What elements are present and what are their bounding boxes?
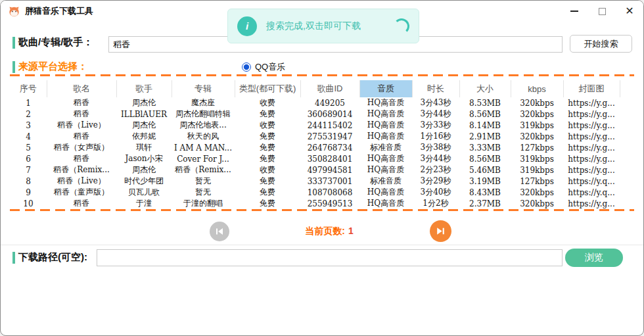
- table-cell[interactable]: 免费: [235, 131, 300, 142]
- table-cell[interactable]: 稻香: [47, 97, 116, 108]
- table-cell[interactable]: 8.43MB: [459, 187, 511, 198]
- table-cell[interactable]: 稻香（Remix...: [172, 164, 235, 176]
- column-header-3[interactable]: 专辑: [172, 80, 235, 97]
- table-cell[interactable]: HQ高音质: [359, 198, 412, 209]
- column-header-1[interactable]: 歌名: [47, 80, 116, 97]
- table-cell[interactable]: 275531947: [300, 131, 359, 142]
- table-cell[interactable]: https://y.q...: [563, 187, 620, 198]
- table-cell[interactable]: 8.56MB: [459, 153, 511, 164]
- table-cell[interactable]: [620, 108, 635, 120]
- start-search-button[interactable]: 开始搜索: [570, 35, 632, 53]
- table-row[interactable]: 4稻香依邦妮秋天的风免费275531947HQ高音质1分16秒2.91MB320…: [10, 131, 635, 142]
- table-cell[interactable]: 稻香: [47, 108, 116, 120]
- table-cell[interactable]: 3分44秒: [412, 153, 459, 164]
- table-cell[interactable]: 免费: [235, 142, 300, 153]
- table-cell[interactable]: HQ高音质: [359, 97, 412, 108]
- qq-music-radio[interactable]: [242, 62, 251, 72]
- table-cell[interactable]: 稻香（Live）: [47, 176, 116, 187]
- table-cell[interactable]: 319kbps: [511, 153, 563, 164]
- table-cell[interactable]: 2.91MB: [459, 131, 511, 142]
- table-cell[interactable]: [620, 164, 635, 176]
- maximize-button[interactable]: [588, 1, 616, 22]
- table-cell[interactable]: 贝瓦儿歌: [116, 187, 172, 198]
- table-cell[interactable]: 收费: [235, 120, 300, 131]
- close-button[interactable]: ✕: [616, 1, 643, 22]
- table-cell[interactable]: 稻香（女声版）: [47, 142, 116, 153]
- table-row[interactable]: 9稻香（童声版）贝瓦儿歌暂无免费108708068HQ高音质3分40秒8.43M…: [10, 187, 635, 198]
- table-cell[interactable]: 3分38秒: [412, 142, 459, 153]
- column-header-8[interactable]: 大小: [459, 80, 511, 97]
- table-cell[interactable]: ILLBlAUER: [116, 108, 172, 120]
- table-cell[interactable]: https://y.g...: [563, 164, 620, 176]
- table-cell[interactable]: 稻香（Live）: [47, 120, 116, 131]
- table-cell[interactable]: 319kbps: [511, 120, 563, 131]
- table-cell[interactable]: [620, 120, 635, 131]
- table-cell[interactable]: https://y.g...: [563, 97, 620, 108]
- table-cell[interactable]: 依邦妮: [116, 131, 172, 142]
- table-cell[interactable]: 5.46MB: [459, 164, 511, 176]
- table-cell[interactable]: 127kbps: [511, 176, 563, 187]
- table-cell[interactable]: https://y.g...: [563, 131, 620, 142]
- table-cell[interactable]: 稻香（Remix...: [47, 164, 116, 176]
- table-row[interactable]: 1稻香周杰伦魔杰座收费449205HQ高音质3分43秒8.53MB320kbps…: [10, 97, 635, 108]
- table-cell[interactable]: [620, 176, 635, 187]
- table-cell[interactable]: 10: [10, 198, 47, 209]
- table-cell[interactable]: 320kbps: [511, 198, 563, 209]
- table-cell[interactable]: 255949513: [300, 198, 359, 209]
- column-header-5[interactable]: 歌曲ID: [300, 80, 359, 97]
- table-cell[interactable]: 时代少年团: [116, 176, 172, 187]
- browse-button[interactable]: 浏览: [565, 249, 623, 267]
- table-cell[interactable]: [620, 131, 635, 142]
- table-cell[interactable]: 免费: [235, 153, 300, 164]
- table-cell[interactable]: 449205: [300, 97, 359, 108]
- table-cell[interactable]: 1: [10, 97, 47, 108]
- table-cell[interactable]: HQ高音质: [359, 120, 412, 131]
- table-cell[interactable]: 108708068: [300, 187, 359, 198]
- table-cell[interactable]: 264768734: [300, 142, 359, 153]
- table-cell[interactable]: 320kbps: [511, 131, 563, 142]
- table-cell[interactable]: [620, 153, 635, 164]
- table-cell[interactable]: 周杰伦: [116, 97, 172, 108]
- table-cell[interactable]: 免费: [235, 176, 300, 187]
- minimize-button[interactable]: [561, 1, 588, 22]
- table-cell[interactable]: 2分23秒: [412, 164, 459, 176]
- table-cell[interactable]: 360689014: [300, 108, 359, 120]
- table-cell[interactable]: HQ高音质: [359, 131, 412, 142]
- table-cell[interactable]: 9: [10, 187, 47, 198]
- table-cell[interactable]: 7: [10, 164, 47, 176]
- table-cell[interactable]: 2: [10, 108, 47, 120]
- column-header-9[interactable]: kbps: [511, 80, 563, 97]
- table-cell[interactable]: [620, 97, 635, 108]
- table-row[interactable]: 8稻香（Live）时代少年团暂无免费333737001标准音质3分29秒3.19…: [10, 176, 635, 187]
- table-cell[interactable]: https://y.q...: [563, 176, 620, 187]
- table-cell[interactable]: HQ高音质: [359, 164, 412, 176]
- table-cell[interactable]: HQ高音质: [359, 187, 412, 198]
- column-header-0[interactable]: 序号: [10, 80, 47, 97]
- table-cell[interactable]: 3.19MB: [459, 176, 511, 187]
- table-row[interactable]: 2稻香ILLBlAUER周杰伦翻唱特辑免费360689014HQ高音质3分44秒…: [10, 108, 635, 120]
- table-cell[interactable]: 244115402: [300, 120, 359, 131]
- table-cell[interactable]: 琪轩: [116, 142, 172, 153]
- table-cell[interactable]: 收费: [235, 164, 300, 176]
- next-page-button[interactable]: [430, 220, 451, 242]
- table-cell[interactable]: 周杰伦地表...: [172, 120, 235, 131]
- column-header-10[interactable]: 封面图: [563, 80, 620, 97]
- table-row[interactable]: 6稻香Jason小宋Cover For J...免费350828401HQ高音质…: [10, 153, 635, 164]
- table-cell[interactable]: https://y.g...: [563, 120, 620, 131]
- column-header-4[interactable]: 类型(都可下载): [235, 80, 300, 97]
- table-row[interactable]: 3稻香（Live）周杰伦周杰伦地表...收费244115402HQ高音质3分33…: [10, 120, 635, 131]
- table-cell[interactable]: 8.53MB: [459, 97, 511, 108]
- table-row[interactable]: 7稻香（Remix...周杰伦稻香（Remix...收费497994581HQ高…: [10, 164, 635, 176]
- table-cell[interactable]: 320kbps: [511, 108, 563, 120]
- table-cell[interactable]: 标准音质: [359, 142, 412, 153]
- table-cell[interactable]: 333737001: [300, 176, 359, 187]
- table-cell[interactable]: 免费: [235, 108, 300, 120]
- table-cell[interactable]: HQ高音质: [359, 153, 412, 164]
- table-cell[interactable]: 8.14MB: [459, 120, 511, 131]
- table-cell[interactable]: 暂无: [172, 176, 235, 187]
- table-cell[interactable]: 8: [10, 176, 47, 187]
- table-cell[interactable]: 3分44秒: [412, 108, 459, 120]
- column-header-2[interactable]: 歌手: [116, 80, 172, 97]
- table-row[interactable]: 10稻香于潼于潼的翻唱免费255949513HQ高音质1分2秒2.37MB320…: [10, 198, 635, 209]
- table-cell[interactable]: 5: [10, 142, 47, 153]
